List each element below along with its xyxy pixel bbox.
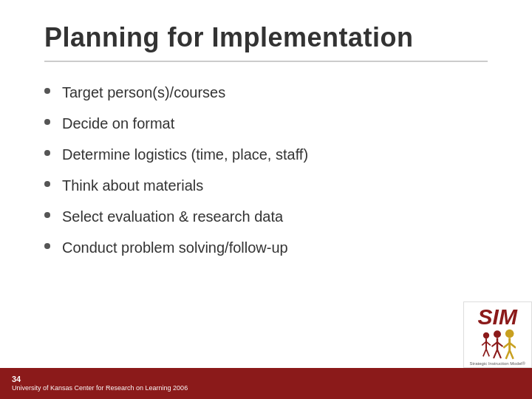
page-number: 34 [12,375,188,384]
list-item: Select evaluation & research data [44,207,488,226]
content-area: Planning for Implementation Target perso… [0,0,532,368]
list-item: Think about materials [44,176,488,195]
list-item: Determine logistics (time, place, staff) [44,145,488,164]
bullet-dot-icon [44,181,50,187]
svg-line-16 [506,350,510,359]
svg-point-6 [494,330,501,338]
sim-logo-area: SIM Strategic Instruction Model® [463,301,532,368]
footer-institution: University of Kansas Center for Research… [12,384,188,392]
bullet-text: Select evaluation & research data [62,207,283,226]
footer-left: 34 University of Kansas Center for Resea… [12,375,188,392]
slide-title: Planning for Implementation [44,22,488,53]
bullet-text: Target person(s)/courses [62,83,225,102]
bullet-dot-icon [44,119,50,125]
footer: 34 University of Kansas Center for Resea… [0,368,532,399]
sim-subtitle: Strategic Instruction Model® [470,361,525,366]
bullet-text: Decide on format [62,114,174,133]
bullet-text: Determine logistics (time, place, staff) [62,145,308,164]
bullet-list: Target person(s)/coursesDecide on format… [44,83,488,257]
bullet-dot-icon [44,243,50,249]
bullet-dot-icon [44,212,50,218]
slide: Planning for Implementation Target perso… [0,0,532,399]
svg-point-12 [505,330,514,338]
bullet-dot-icon [44,150,50,156]
svg-line-5 [486,349,489,356]
title-container: Planning for Implementation [44,22,488,62]
svg-point-0 [483,332,489,338]
svg-line-17 [510,350,514,359]
svg-line-10 [494,349,497,358]
bullet-dot-icon [44,88,50,94]
sim-figures-icon [479,328,516,361]
bullet-text: Think about materials [62,176,203,195]
list-item: Target person(s)/courses [44,83,488,102]
bullet-text: Conduct problem solving/follow-up [62,238,288,257]
sim-logo-text: SIM [478,306,517,328]
list-item: Decide on format [44,114,488,133]
list-item: Conduct problem solving/follow-up [44,238,488,257]
svg-line-11 [497,349,501,358]
svg-line-4 [483,349,486,356]
